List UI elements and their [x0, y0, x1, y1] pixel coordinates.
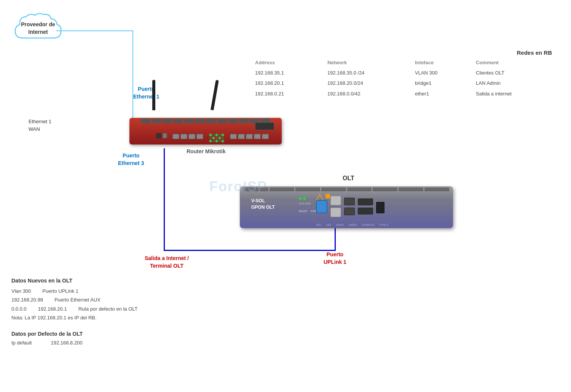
datos-nuevos-title: Datos Nuevos en la OLT	[11, 278, 221, 284]
eth1-wan-label: Ethernet 1 WAN	[29, 118, 51, 133]
connection-line-horizontal	[164, 250, 335, 251]
network-table-title: Redes en RB	[247, 49, 560, 56]
olt-sfp-port-1	[344, 198, 355, 205]
net-row2-interface: bridge1	[415, 79, 472, 87]
olt-leds: SYS PON	[299, 197, 311, 205]
net-row1-address: 192.168.35.1	[255, 68, 324, 77]
datos-nuevos-row3: 0.0.0.0 192.168.20.1 Ruta por defecto en…	[11, 305, 221, 313]
network-table: Redes en RB Address Network Inteface Com…	[247, 49, 560, 98]
datos-nuevos-row2: 192.168.20.98 Puerto Ethernet AUX	[11, 295, 221, 304]
router-ports	[156, 133, 269, 142]
col-header-interface: Inteface	[415, 60, 472, 67]
olt-title: OLT	[343, 175, 354, 182]
olt-fiber-port-1	[316, 200, 327, 213]
olt-sfp-port-2	[344, 208, 355, 215]
watermark: ForoISP	[209, 179, 267, 195]
router-device	[107, 106, 289, 148]
datos-defecto-section: Datos por Defecto de la OLT Ip default 1…	[11, 331, 164, 346]
antenna-left	[152, 80, 155, 110]
net-row2-address: 192.168.20.1	[255, 79, 324, 87]
datos-nuevos-note: Nota: La IP 192.168.20.1 es IP del RB.	[11, 315, 221, 321]
network-grid: Address Network Inteface Comment 192.168…	[247, 60, 560, 98]
olt-brand: V-SOL GPON OLT	[251, 198, 275, 211]
router-label: Router Mikrotik	[187, 148, 226, 154]
connection-line-vertical	[164, 148, 165, 251]
isp-line-horizontal	[56, 30, 132, 31]
datos-nuevos-section: Datos Nuevos en la OLT Vlan 300 Puerto U…	[11, 278, 221, 321]
net-row3-network: 192.168.0.0/42	[327, 89, 411, 98]
olt-ports	[316, 196, 384, 217]
net-row2-network: 192.168.20.0/24	[327, 79, 411, 87]
net-row3-address: 192.168.0.21	[255, 89, 324, 98]
net-row3-comment: Salida a internet	[476, 89, 560, 98]
antenna-right	[211, 80, 219, 110]
net-row2-comment: LAN Admin	[476, 79, 560, 87]
net-row1-comment: Clientes OLT	[476, 68, 560, 77]
olt-body: V-SOL GPON OLT SYS PON ! RESETPWRGIGE	[240, 186, 453, 228]
col-header-address: Address	[255, 60, 324, 67]
datos-defecto-row1: Ip default 192.168.8.200	[11, 340, 164, 346]
olt-rj45-port-1	[330, 196, 341, 205]
router-body	[129, 118, 282, 144]
isp-label: Proveedor de Internet	[11, 21, 65, 36]
salida-internet-label: Salida a Internet / Terminal OLT	[145, 255, 189, 270]
puerto-eth1-label: Puerto Ethernet 1	[133, 86, 159, 100]
puerto-uplink-label: Puerto UPLink 1	[324, 251, 346, 266]
col-header-comment: Comment	[476, 60, 560, 67]
net-row3-interface: ether1	[415, 89, 472, 98]
net-row1-interface: VLAN 300	[415, 68, 472, 77]
datos-defecto-title: Datos por Defecto de la OLT	[11, 331, 164, 337]
datos-nuevos-row1: Vlan 300 Puerto UPLink 1	[11, 287, 221, 295]
puerto-eth3-label: Puerto Ethernet 3	[118, 152, 144, 167]
col-header-network: Network	[327, 60, 411, 67]
olt-rj45-port-2	[330, 208, 341, 217]
olt-device: V-SOL GPON OLT SYS PON ! RESETPWRGIGE	[240, 186, 453, 236]
net-row1-network: 192.168.35.0 /24	[327, 68, 411, 77]
